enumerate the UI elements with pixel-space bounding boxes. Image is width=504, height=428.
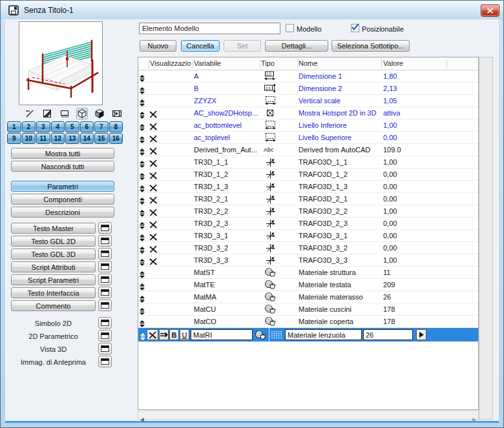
param-set-button-16[interactable]: 16	[109, 133, 123, 144]
vertical-scrollbar[interactable]	[479, 57, 493, 420]
propagate-arrow-button[interactable]	[159, 329, 169, 340]
boolean-icon	[261, 108, 279, 119]
param-set-button-10[interactable]: 10	[22, 133, 36, 144]
componenti-button[interactable]: Componenti	[11, 194, 114, 205]
table-row[interactable]: ZZYZXVertical scale1,05	[138, 95, 478, 107]
table-row[interactable]: ac_toplevelLivello Superiore0,00	[138, 132, 478, 144]
table-row[interactable]: ac_bottomlevelLivello Inferiore1,00	[138, 119, 478, 132]
script-parametri-window-icon[interactable]	[98, 274, 112, 285]
table-row[interactable]: TR3D_1_2TRAFO3D_1_20,00	[138, 168, 478, 181]
vista-3d-window-icon[interactable]	[98, 343, 112, 354]
testo-master-button[interactable]: Testo Master	[11, 223, 96, 234]
hide-parameter-button[interactable]	[147, 329, 158, 340]
seleziona-sottotipo-button[interactable]: Seleziona Sottotipo...	[331, 40, 410, 52]
testo-interfaccia-button[interactable]: Testo Interfaccia	[11, 287, 96, 298]
value-cell: 0,00	[383, 232, 397, 239]
expand-value-button[interactable]	[416, 329, 426, 340]
table-row[interactable]: MatTEMateriale testata209	[138, 279, 478, 291]
name-input[interactable]	[285, 329, 362, 340]
horizontal-scrollbar[interactable]	[138, 411, 479, 420]
variable-cell: MatMA	[194, 293, 216, 301]
param-set-button-3[interactable]: 3	[36, 121, 50, 132]
table-row[interactable]: Derived_from_Aut...AbcDerived from AutoC…	[138, 144, 478, 156]
param-set-button-6[interactable]: 6	[80, 121, 94, 132]
testo-gdl-2d-window-icon[interactable]	[98, 235, 112, 247]
bold-button[interactable]: B	[169, 329, 179, 340]
nuovo-button[interactable]: Nuovo	[140, 40, 176, 52]
hatch-2d-icon[interactable]	[41, 108, 53, 119]
parametri-button[interactable]: Parametri	[11, 181, 114, 192]
cancella-button[interactable]: Cancella	[181, 40, 220, 52]
svg-text:2.0: 2.0	[266, 72, 271, 76]
show-all-button[interactable]: Mostra tutti	[11, 148, 114, 159]
param-set-button-9[interactable]: 9	[7, 133, 21, 144]
table-row[interactable]: TR3D_1_3TRAFO3D_1_30,00	[138, 181, 478, 193]
column-separator	[193, 59, 193, 68]
gdl-object-icon	[8, 5, 19, 15]
underline-button[interactable]: U	[180, 329, 189, 340]
param-set-button-5[interactable]: 5	[65, 121, 79, 132]
table-row[interactable]: MatCUMateriale cuscini178	[138, 303, 478, 316]
script-parametri-button[interactable]: Script Parametri	[11, 274, 96, 285]
wireframe-3d-icon[interactable]	[76, 108, 88, 119]
param-set-button-12[interactable]: 12	[51, 133, 65, 144]
testo-master-window-icon[interactable]	[98, 222, 112, 234]
param-set-button-4[interactable]: 4	[51, 121, 65, 132]
close-button[interactable]	[481, 5, 499, 17]
table-row[interactable]: TR3D_3_1TRAFO3D_3_10,00	[138, 230, 478, 242]
testo-gdl-3d-button[interactable]: Testo GDL 3D	[11, 249, 96, 260]
table-row[interactable]: MatMAMateriale materasso26	[138, 291, 478, 303]
table-body: A2.0Dimensione 11,80B2.0Dimensione 22,13…	[138, 70, 478, 409]
selected-table-row[interactable]: BU	[138, 328, 478, 341]
table-row[interactable]: TR3D_1_1TRAFO3D_1_11,00	[138, 156, 478, 168]
hide-all-button[interactable]: Nascondi tutti	[11, 161, 114, 172]
testo-gdl-3d-window-icon[interactable]	[98, 248, 112, 260]
table-row[interactable]: TR3D_2_1TRAFO3D_2_10,00	[138, 193, 478, 205]
2d-parametrico-window-icon[interactable]	[98, 330, 112, 341]
table-row[interactable]: TR3D_3_2TRAFO3D_3_20,00	[138, 242, 478, 254]
simbolo-2d-window-icon[interactable]	[98, 317, 112, 329]
posizionabile-checkbox[interactable]	[351, 24, 359, 32]
element-name-input[interactable]	[139, 23, 280, 34]
variable-input[interactable]	[191, 329, 253, 340]
immag-di-anteprima-window-icon[interactable]	[98, 356, 112, 367]
param-set-button-7[interactable]: 7	[94, 121, 109, 132]
param-set-button-11[interactable]: 11	[36, 133, 50, 144]
param-set-button-2[interactable]: 2	[22, 121, 36, 132]
dettagli-button[interactable]: Dettagli...	[265, 40, 328, 52]
param-set-button-8[interactable]: 8	[109, 121, 123, 132]
commento-window-icon[interactable]	[98, 300, 112, 311]
table-row[interactable]: TR3D_3_3TRAFO3D_3_31,00	[138, 254, 478, 267]
param-set-button-1[interactable]: 1	[7, 121, 21, 132]
line-2d-icon[interactable]	[24, 108, 36, 119]
material-icon	[261, 267, 279, 280]
titlebar[interactable]: Senza Titolo-1	[1, 1, 503, 19]
param-set-button-15[interactable]: 15	[94, 133, 109, 144]
table-row[interactable]: A2.0Dimensione 11,80	[138, 70, 478, 83]
modello-checkbox[interactable]	[286, 24, 294, 32]
param-set-button-14[interactable]: 14	[80, 133, 94, 144]
value-input[interactable]	[363, 329, 413, 340]
render-icon[interactable]	[111, 108, 123, 119]
table-row[interactable]: MatCOMateriale coperta178	[138, 316, 478, 328]
script-attributi-window-icon[interactable]	[98, 261, 112, 272]
reorder-handle-icon[interactable]	[140, 331, 145, 343]
testo-interfaccia-window-icon[interactable]	[98, 287, 112, 298]
param-set-button-13[interactable]: 13	[65, 133, 79, 144]
scroll-left-icon[interactable]	[140, 413, 144, 425]
scroll-right-icon[interactable]	[472, 413, 476, 425]
testo-gdl-2d-button[interactable]: Testo GDL 2D	[11, 236, 96, 247]
section-2d-icon[interactable]	[59, 108, 70, 119]
array-grid-icon[interactable]	[271, 331, 282, 339]
table-row[interactable]: TR3D_2_3TRAFO3D_2_30,00	[138, 218, 478, 230]
column-separator	[149, 59, 149, 68]
table-row[interactable]: AC_show2DHotsp...Mostra Hotspot 2D in 3D…	[138, 107, 478, 119]
commento-button[interactable]: Commento	[11, 300, 96, 311]
solid-3d-icon[interactable]	[94, 108, 105, 119]
table-row[interactable]: B2.0Dimensione 22,13	[138, 83, 478, 95]
descrizioni-button[interactable]: Descrizioni	[11, 207, 114, 218]
bed-wireframe-image	[19, 22, 102, 105]
table-row[interactable]: TR3D_2_2TRAFO3D_2_21,00	[138, 205, 478, 218]
script-attributi-button[interactable]: Script Attributi	[11, 261, 96, 272]
table-row[interactable]: MatSTMateriale struttura11	[138, 267, 478, 279]
